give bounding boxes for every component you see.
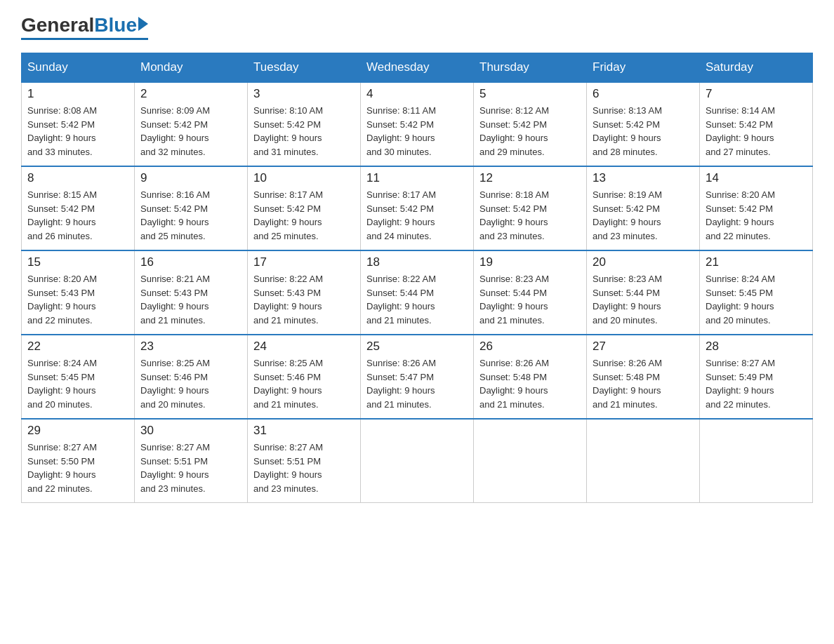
day-cell-7: 7Sunrise: 8:14 AMSunset: 5:42 PMDaylight…: [700, 82, 813, 166]
day-info: Sunrise: 8:20 AMSunset: 5:43 PMDaylight:…: [27, 272, 128, 327]
day-cell-16: 16Sunrise: 8:21 AMSunset: 5:43 PMDayligh…: [135, 250, 248, 335]
day-number: 14: [706, 171, 807, 185]
day-cell-5: 5Sunrise: 8:12 AMSunset: 5:42 PMDaylight…: [474, 82, 587, 166]
day-cell-9: 9Sunrise: 8:16 AMSunset: 5:42 PMDaylight…: [135, 166, 248, 250]
day-cell-10: 10Sunrise: 8:17 AMSunset: 5:42 PMDayligh…: [248, 166, 361, 250]
week-row-1: 1Sunrise: 8:08 AMSunset: 5:42 PMDaylight…: [22, 82, 813, 166]
day-number: 21: [706, 255, 807, 269]
day-cell-28: 28Sunrise: 8:27 AMSunset: 5:49 PMDayligh…: [700, 335, 813, 419]
day-number: 11: [366, 171, 468, 185]
day-number: 12: [479, 171, 581, 185]
logo-blue-text: Blue: [94, 14, 137, 36]
logo: General Blue: [21, 14, 148, 40]
logo-blue-part: Blue: [94, 14, 148, 36]
day-number: 19: [479, 255, 581, 269]
day-info: Sunrise: 8:10 AMSunset: 5:42 PMDaylight:…: [253, 104, 355, 159]
day-cell-4: 4Sunrise: 8:11 AMSunset: 5:42 PMDaylight…: [361, 82, 474, 166]
day-cell-12: 12Sunrise: 8:18 AMSunset: 5:42 PMDayligh…: [474, 166, 587, 250]
day-info: Sunrise: 8:12 AMSunset: 5:42 PMDaylight:…: [479, 104, 581, 159]
day-info: Sunrise: 8:09 AMSunset: 5:42 PMDaylight:…: [140, 104, 241, 159]
day-info: Sunrise: 8:26 AMSunset: 5:48 PMDaylight:…: [593, 356, 694, 411]
day-number: 31: [253, 424, 355, 438]
day-info: Sunrise: 8:27 AMSunset: 5:51 PMDaylight:…: [253, 441, 355, 495]
day-cell-27: 27Sunrise: 8:26 AMSunset: 5:48 PMDayligh…: [587, 335, 700, 419]
day-number: 29: [27, 424, 128, 438]
day-number: 23: [140, 340, 241, 354]
day-cell-2: 2Sunrise: 8:09 AMSunset: 5:42 PMDaylight…: [135, 82, 248, 166]
empty-cell: [361, 419, 474, 503]
day-number: 18: [366, 255, 468, 269]
day-info: Sunrise: 8:15 AMSunset: 5:42 PMDaylight:…: [27, 188, 128, 243]
day-info: Sunrise: 8:16 AMSunset: 5:42 PMDaylight:…: [140, 188, 241, 243]
week-row-4: 22Sunrise: 8:24 AMSunset: 5:45 PMDayligh…: [22, 335, 813, 419]
logo-underline: [21, 38, 148, 40]
day-number: 26: [479, 340, 581, 354]
day-number: 1: [27, 87, 128, 101]
day-info: Sunrise: 8:27 AMSunset: 5:50 PMDaylight:…: [27, 441, 128, 495]
day-number: 4: [366, 87, 468, 101]
logo-triangle-icon: [138, 17, 148, 31]
day-number: 3: [253, 87, 355, 101]
day-number: 5: [479, 87, 581, 101]
weekday-header-row: SundayMondayTuesdayWednesdayThursdayFrid…: [22, 53, 813, 83]
page-header: General Blue: [21, 14, 813, 40]
week-row-2: 8Sunrise: 8:15 AMSunset: 5:42 PMDaylight…: [22, 166, 813, 250]
day-cell-20: 20Sunrise: 8:23 AMSunset: 5:44 PMDayligh…: [587, 250, 700, 335]
day-cell-1: 1Sunrise: 8:08 AMSunset: 5:42 PMDaylight…: [22, 82, 135, 166]
day-cell-30: 30Sunrise: 8:27 AMSunset: 5:51 PMDayligh…: [135, 419, 248, 503]
day-number: 25: [366, 340, 468, 354]
day-cell-31: 31Sunrise: 8:27 AMSunset: 5:51 PMDayligh…: [248, 419, 361, 503]
day-info: Sunrise: 8:14 AMSunset: 5:42 PMDaylight:…: [706, 104, 807, 159]
day-info: Sunrise: 8:21 AMSunset: 5:43 PMDaylight:…: [140, 272, 241, 327]
day-cell-3: 3Sunrise: 8:10 AMSunset: 5:42 PMDaylight…: [248, 82, 361, 166]
day-info: Sunrise: 8:20 AMSunset: 5:42 PMDaylight:…: [706, 188, 807, 243]
day-number: 15: [27, 255, 128, 269]
day-info: Sunrise: 8:08 AMSunset: 5:42 PMDaylight:…: [27, 104, 128, 159]
day-cell-21: 21Sunrise: 8:24 AMSunset: 5:45 PMDayligh…: [700, 250, 813, 335]
day-info: Sunrise: 8:17 AMSunset: 5:42 PMDaylight:…: [366, 188, 468, 243]
day-cell-15: 15Sunrise: 8:20 AMSunset: 5:43 PMDayligh…: [22, 250, 135, 335]
day-number: 10: [253, 171, 355, 185]
day-info: Sunrise: 8:17 AMSunset: 5:42 PMDaylight:…: [253, 188, 355, 243]
day-info: Sunrise: 8:24 AMSunset: 5:45 PMDaylight:…: [706, 272, 807, 327]
day-info: Sunrise: 8:23 AMSunset: 5:44 PMDaylight:…: [479, 272, 581, 327]
day-cell-11: 11Sunrise: 8:17 AMSunset: 5:42 PMDayligh…: [361, 166, 474, 250]
day-info: Sunrise: 8:19 AMSunset: 5:42 PMDaylight:…: [593, 188, 694, 243]
day-cell-26: 26Sunrise: 8:26 AMSunset: 5:48 PMDayligh…: [474, 335, 587, 419]
weekday-header-tuesday: Tuesday: [248, 53, 361, 83]
empty-cell: [700, 419, 813, 503]
day-info: Sunrise: 8:27 AMSunset: 5:49 PMDaylight:…: [706, 356, 807, 411]
day-number: 30: [140, 424, 241, 438]
day-cell-14: 14Sunrise: 8:20 AMSunset: 5:42 PMDayligh…: [700, 166, 813, 250]
day-cell-25: 25Sunrise: 8:26 AMSunset: 5:47 PMDayligh…: [361, 335, 474, 419]
day-number: 8: [27, 171, 128, 185]
day-info: Sunrise: 8:25 AMSunset: 5:46 PMDaylight:…: [140, 356, 241, 411]
day-cell-22: 22Sunrise: 8:24 AMSunset: 5:45 PMDayligh…: [22, 335, 135, 419]
day-cell-24: 24Sunrise: 8:25 AMSunset: 5:46 PMDayligh…: [248, 335, 361, 419]
day-cell-19: 19Sunrise: 8:23 AMSunset: 5:44 PMDayligh…: [474, 250, 587, 335]
day-cell-18: 18Sunrise: 8:22 AMSunset: 5:44 PMDayligh…: [361, 250, 474, 335]
empty-cell: [587, 419, 700, 503]
day-cell-8: 8Sunrise: 8:15 AMSunset: 5:42 PMDaylight…: [22, 166, 135, 250]
week-row-3: 15Sunrise: 8:20 AMSunset: 5:43 PMDayligh…: [22, 250, 813, 335]
logo-general-text: General: [21, 14, 94, 36]
day-info: Sunrise: 8:26 AMSunset: 5:48 PMDaylight:…: [479, 356, 581, 411]
day-number: 20: [593, 255, 694, 269]
day-cell-13: 13Sunrise: 8:19 AMSunset: 5:42 PMDayligh…: [587, 166, 700, 250]
day-info: Sunrise: 8:22 AMSunset: 5:43 PMDaylight:…: [253, 272, 355, 327]
day-cell-23: 23Sunrise: 8:25 AMSunset: 5:46 PMDayligh…: [135, 335, 248, 419]
day-info: Sunrise: 8:24 AMSunset: 5:45 PMDaylight:…: [27, 356, 128, 411]
weekday-header-saturday: Saturday: [700, 53, 813, 83]
day-info: Sunrise: 8:13 AMSunset: 5:42 PMDaylight:…: [593, 104, 694, 159]
day-info: Sunrise: 8:27 AMSunset: 5:51 PMDaylight:…: [140, 441, 241, 495]
day-number: 22: [27, 340, 128, 354]
day-cell-6: 6Sunrise: 8:13 AMSunset: 5:42 PMDaylight…: [587, 82, 700, 166]
day-info: Sunrise: 8:23 AMSunset: 5:44 PMDaylight:…: [593, 272, 694, 327]
day-info: Sunrise: 8:11 AMSunset: 5:42 PMDaylight:…: [366, 104, 468, 159]
day-number: 27: [593, 340, 694, 354]
day-number: 7: [706, 87, 807, 101]
week-row-5: 29Sunrise: 8:27 AMSunset: 5:50 PMDayligh…: [22, 419, 813, 503]
day-number: 28: [706, 340, 807, 354]
day-number: 13: [593, 171, 694, 185]
day-info: Sunrise: 8:26 AMSunset: 5:47 PMDaylight:…: [366, 356, 468, 411]
